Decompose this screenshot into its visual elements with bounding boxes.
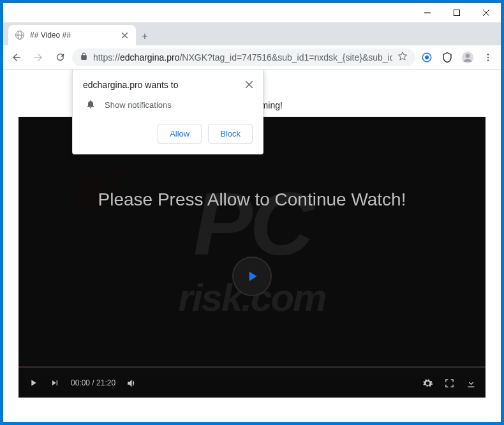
new-tab-button[interactable]: + [136, 27, 154, 45]
block-button[interactable]: Block [208, 124, 253, 144]
browser-window: ## Video ## + https://edchargina.pro/NXG… [3, 3, 501, 422]
window-titlebar [3, 3, 501, 22]
lock-icon [80, 52, 88, 63]
window-minimize-button[interactable] [413, 3, 442, 22]
browser-tab[interactable]: ## Video ## [8, 25, 136, 45]
allow-button[interactable]: Allow [158, 124, 202, 144]
window-maximize-button[interactable] [442, 3, 471, 22]
extension-icon-1[interactable] [418, 48, 436, 66]
back-button[interactable] [7, 48, 26, 67]
svg-rect-1 [454, 10, 460, 16]
extension-icon-2[interactable] [438, 48, 456, 66]
reload-button[interactable] [50, 48, 70, 67]
globe-icon [15, 30, 25, 40]
tab-strip: ## Video ## + [3, 22, 501, 45]
fullscreen-icon[interactable] [443, 377, 455, 389]
permission-title: edchargina.pro wants to [83, 80, 178, 90]
bell-icon [85, 99, 96, 111]
profile-avatar-icon[interactable] [459, 48, 477, 66]
tab-title: ## Video ## [30, 31, 114, 40]
svg-point-13 [487, 54, 489, 56]
url-text: https://edchargina.pro/NXGK?tag_id=74751… [93, 52, 392, 63]
permission-close-button[interactable] [246, 80, 253, 90]
video-cta-text: Please Press Allow to Continue Watch! [19, 190, 485, 210]
forward-button[interactable] [29, 48, 48, 67]
video-controls: 00:00 / 21:20 [19, 368, 485, 398]
play-icon[interactable] [27, 377, 39, 389]
window-close-button[interactable] [471, 3, 501, 22]
notification-permission-dialog: edchargina.pro wants to Show notificatio… [72, 70, 263, 154]
page-content: inue streaming! PCrisk.com Please Press … [3, 70, 501, 422]
svg-point-15 [487, 59, 489, 61]
download-icon[interactable] [465, 377, 477, 389]
permission-row-text: Show notifications [105, 100, 172, 110]
browser-toolbar: https://edchargina.pro/NXGK?tag_id=74751… [3, 45, 501, 70]
bookmark-star-icon[interactable] [397, 51, 408, 63]
menu-button[interactable] [479, 48, 497, 66]
next-icon[interactable] [49, 377, 61, 389]
volume-icon[interactable] [126, 377, 137, 389]
video-play-button[interactable] [232, 257, 272, 296]
svg-point-12 [466, 54, 470, 58]
address-bar[interactable]: https://edchargina.pro/NXGK?tag_id=74751… [72, 48, 415, 66]
svg-point-14 [487, 56, 489, 58]
settings-icon[interactable] [422, 377, 433, 389]
svg-point-10 [425, 56, 429, 59]
video-time: 00:00 / 21:20 [71, 378, 115, 387]
tab-close-button[interactable] [119, 30, 130, 40]
